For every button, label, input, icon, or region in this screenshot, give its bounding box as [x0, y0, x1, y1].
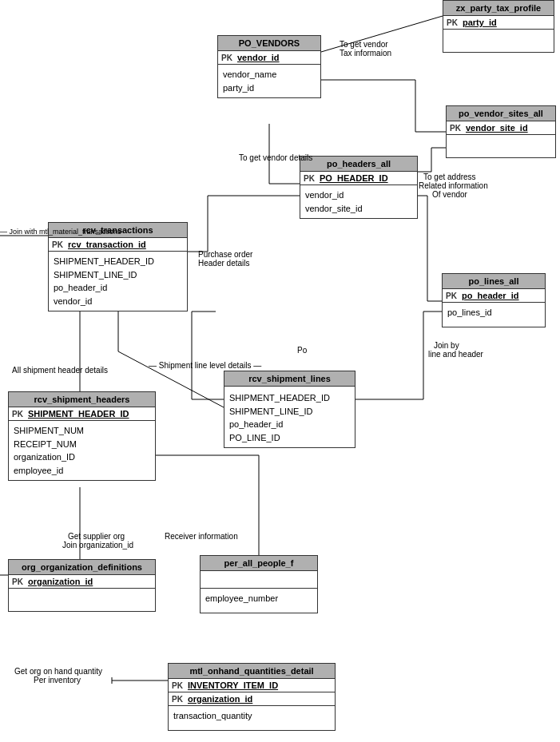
annotation-1: To get vendor — [340, 40, 388, 49]
pk-label: PK — [12, 577, 25, 586]
annotation-2: Tax informaion — [340, 49, 391, 58]
body-per-all-people-f: employee_number — [201, 589, 317, 613]
body-mtl-onhand: transaction_quantity — [169, 706, 335, 730]
table-header-po-headers-all: po_headers_all — [300, 157, 417, 172]
field-po-header-id-rsl: po_header_id — [229, 418, 350, 431]
body-po-lines-all: po_lines_id — [443, 303, 545, 327]
annotation-19: Per inventory — [34, 676, 81, 684]
body-po-vendor-sites-all — [447, 135, 555, 157]
diagram-container: zx_party_tax_profile PK party_id PO_VEND… — [0, 0, 560, 742]
body-po-vendors: vendor_name party_id — [218, 65, 320, 97]
table-header-org-organization-definitions: org_organization_definitions — [9, 560, 155, 575]
body-rcv-shipment-lines: SHIPMENT_HEADER_ID SHIPMENT_LINE_ID po_h… — [224, 387, 355, 447]
field-receipt-num: RECEIPT_NUM — [14, 438, 150, 451]
annotation-15: Get supplier org — [68, 532, 125, 541]
table-header-rcv-shipment-headers: rcv_shipment_headers — [9, 392, 155, 407]
annotation-3: — Join with mtl_material_transactions — [0, 228, 121, 236]
pk-field-mtl-1: INVENTORY_ITEM_ID — [188, 680, 278, 690]
pk-row-zx-party-tax-profile: PK party_id — [443, 16, 554, 30]
pk-row-rcv-shipment-headers: PK SHIPMENT_HEADER_ID — [9, 407, 155, 421]
annotation-14: All shipment header details — [12, 366, 108, 375]
annotation-17: Receiver information — [165, 532, 238, 541]
field-po-header-id-rt: po_header_id — [54, 281, 182, 295]
pk-field-po-headers-all: PO_HEADER_ID — [320, 173, 388, 183]
pk-label: PK — [172, 681, 185, 690]
pk-row-rcv-transactions: PK rcv_transaction_id — [49, 238, 187, 252]
table-po-lines-all: po_lines_all PK po_header_id po_lines_id — [442, 273, 546, 327]
field-employee-number: employee_number — [205, 592, 312, 605]
pk-label: PK — [446, 292, 459, 300]
field-vendor-id-rt: vendor_id — [54, 295, 182, 308]
annotation-13: — Shipment line level details — — [149, 361, 261, 370]
table-header-rcv-shipment-lines: rcv_shipment_lines — [224, 371, 355, 387]
field-organization-id-rsh: organization_ID — [14, 450, 150, 464]
annotation-4: To get vendor details — [239, 153, 312, 162]
body-po-headers-all: vendor_id vendor_site_id — [300, 185, 417, 218]
field-shipment-line-id-rt: SHIPMENT_LINE_ID — [54, 268, 182, 282]
field-shipment-num: SHIPMENT_NUM — [14, 424, 150, 438]
field-shipment-header-id-rsl: SHIPMENT_HEADER_ID — [229, 391, 350, 405]
annotation-9: Header details — [198, 259, 249, 268]
pk-label: PK — [52, 240, 65, 249]
table-header-mtl-onhand-quantities-detail: mtl_onhand_quantities_detail — [169, 664, 335, 679]
pk-row-mtl-1: PK INVENTORY_ITEM_ID — [169, 679, 335, 692]
pk-label: PK — [304, 174, 316, 183]
pk-field-org-organization-definitions: organization_id — [28, 577, 93, 586]
pk-label: PK — [450, 124, 463, 133]
field-transaction-quantity: transaction_quantity — [173, 709, 330, 723]
pk-label: PK — [172, 695, 185, 704]
table-po-headers-all: po_headers_all PK PO_HEADER_ID vendor_id… — [300, 156, 418, 219]
pk-row-org-organization-definitions: PK organization_id — [9, 575, 155, 589]
pk-row-po-vendors: PK vendor_id — [218, 51, 320, 65]
field-po-lines-id: po_lines_id — [447, 306, 540, 319]
field-vendor-site-id-ph: vendor_site_id — [305, 202, 412, 216]
table-mtl-onhand-quantities-detail: mtl_onhand_quantities_detail PK INVENTOR… — [168, 663, 336, 731]
pk-field-po-vendor-sites-all: vendor_site_id — [466, 123, 528, 133]
body-rcv-transactions: SHIPMENT_HEADER_ID SHIPMENT_LINE_ID po_h… — [49, 252, 187, 311]
body-rcv-shipment-headers: SHIPMENT_NUM RECEIPT_NUM organization_ID… — [9, 421, 155, 480]
annotation-18: Get org on hand quantity — [14, 667, 102, 676]
table-zx-party-tax-profile: zx_party_tax_profile PK party_id — [443, 0, 554, 53]
body-org-organization-definitions — [9, 589, 155, 611]
table-header-per-all-people-f: per_all_people_f — [201, 556, 317, 571]
pk-field-po-lines-all: po_header_id — [462, 291, 519, 300]
table-rcv-shipment-headers: rcv_shipment_headers PK SHIPMENT_HEADER_… — [8, 391, 156, 481]
annotation-8: Purchase order — [198, 250, 252, 259]
annotation-12: Po — [297, 346, 307, 355]
table-org-organization-definitions: org_organization_definitions PK organiza… — [8, 559, 156, 612]
table-header-zx-party-tax-profile: zx_party_tax_profile — [443, 1, 554, 16]
field-po-line-id-rsl: PO_LINE_ID — [229, 431, 350, 445]
pk-field-zx-party-tax-profile: party_id — [463, 18, 497, 27]
table-header-po-lines-all: po_lines_all — [443, 274, 545, 289]
field-vendor-id-ph: vendor_id — [305, 188, 412, 202]
pk-field-po-vendors: vendor_id — [237, 53, 280, 62]
table-per-all-people-f: per_all_people_f employee_number — [200, 555, 318, 613]
field-shipment-header-id-rt: SHIPMENT_HEADER_ID — [54, 255, 182, 268]
pk-label: PK — [221, 54, 234, 62]
annotation-5: To get address — [423, 173, 476, 181]
pk-field-rcv-shipment-headers: SHIPMENT_HEADER_ID — [28, 409, 129, 419]
pk-field-rcv-transactions: rcv_transaction_id — [68, 240, 146, 249]
pk-row-po-vendor-sites-all: PK vendor_site_id — [447, 121, 555, 135]
annotation-11: line and header — [428, 350, 483, 359]
field-party-id: party_id — [223, 81, 316, 95]
pk-row-mtl-2: PK organization_id — [169, 692, 335, 706]
pk-field-mtl-2: organization_id — [188, 694, 252, 704]
field-shipment-line-id-rsl: SHIPMENT_LINE_ID — [229, 405, 350, 419]
annotation-16: Join organization_id — [62, 541, 133, 550]
pk-row-po-lines-all: PK po_header_id — [443, 289, 545, 303]
table-po-vendors: PO_VENDORS PK vendor_id vendor_name part… — [217, 35, 321, 98]
table-header-po-vendor-sites-all: po_vendor_sites_all — [447, 106, 555, 121]
annotation-10: Join by — [434, 341, 459, 350]
pk-label: PK — [447, 18, 459, 27]
pk-label: PK — [12, 410, 25, 419]
field-vendor-name: vendor_name — [223, 68, 316, 81]
field-employee-id: employee_id — [14, 464, 150, 478]
table-po-vendor-sites-all: po_vendor_sites_all PK vendor_site_id — [446, 105, 556, 158]
annotation-7: Of vendor — [432, 190, 467, 199]
table-rcv-shipment-lines: rcv_shipment_lines SHIPMENT_HEADER_ID SH… — [224, 371, 355, 448]
table-header-po-vendors: PO_VENDORS — [218, 36, 320, 51]
body-per-all-people-f-top — [201, 571, 317, 589]
body-zx-party-tax-profile — [443, 30, 554, 52]
pk-row-po-headers-all: PK PO_HEADER_ID — [300, 172, 417, 185]
